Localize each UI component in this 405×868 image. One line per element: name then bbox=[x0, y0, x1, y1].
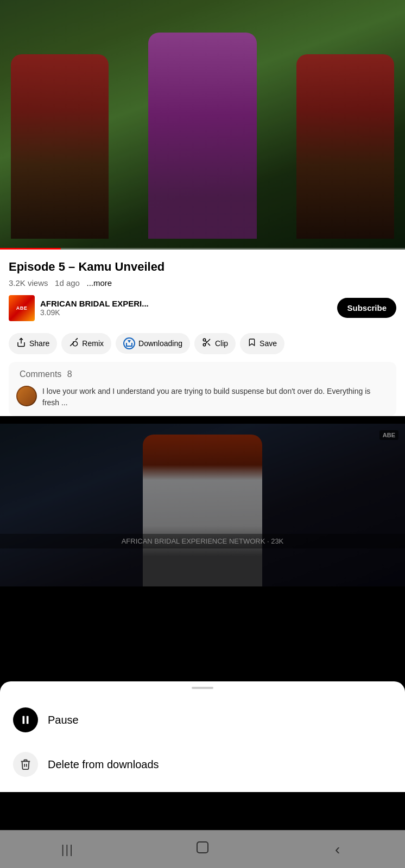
save-button[interactable]: Save bbox=[240, 333, 284, 354]
video-age: 1d ago bbox=[55, 278, 80, 288]
remix-button[interactable]: Remix bbox=[61, 333, 111, 354]
download-arrow bbox=[128, 340, 131, 343]
action-buttons-row: Share Remix Downloading bbox=[9, 330, 396, 362]
channel-subscribers: 3.09K bbox=[40, 308, 326, 317]
clip-button[interactable]: Clip bbox=[194, 333, 236, 354]
video-title: Episode 5 – Kamu Unveiled bbox=[9, 259, 396, 275]
more-link[interactable]: ...more bbox=[86, 278, 112, 288]
views-count: 3.2K views bbox=[9, 278, 48, 288]
sheet-handle bbox=[192, 687, 213, 689]
svg-rect-6 bbox=[23, 716, 25, 724]
save-icon bbox=[248, 337, 256, 350]
figure-left bbox=[11, 54, 109, 239]
comments-header: Comments 8 bbox=[16, 369, 389, 379]
download-icon bbox=[123, 337, 135, 349]
comments-section[interactable]: Comments 8 I love your work and I unders… bbox=[9, 362, 396, 416]
share-icon bbox=[16, 337, 26, 350]
commenter-avatar bbox=[16, 386, 37, 406]
pause-icon bbox=[13, 707, 38, 732]
save-label: Save bbox=[260, 339, 277, 348]
delete-downloads-item[interactable]: Delete from downloads bbox=[0, 742, 405, 787]
pause-label: Pause bbox=[48, 714, 79, 726]
figure-center bbox=[148, 33, 257, 239]
svg-line-5 bbox=[205, 341, 207, 342]
info-panel: Episode 5 – Kamu Unveiled 3.2K views 1d … bbox=[0, 250, 405, 416]
bottom-sheet: Pause Delete from downloads bbox=[0, 681, 405, 792]
svg-rect-7 bbox=[27, 716, 29, 724]
channel-name[interactable]: AFRICAN BRIDAL EXPERI... bbox=[40, 299, 332, 308]
remix-icon bbox=[69, 337, 79, 350]
delete-label: Delete from downloads bbox=[48, 758, 159, 771]
share-button[interactable]: Share bbox=[9, 333, 57, 354]
svg-line-4 bbox=[208, 343, 210, 345]
pause-item[interactable]: Pause bbox=[0, 698, 405, 742]
svg-point-2 bbox=[203, 343, 206, 346]
comment-text: I love your work and I understand you ar… bbox=[42, 386, 389, 409]
share-label: Share bbox=[29, 339, 49, 348]
video-meta: 3.2K views 1d ago ...more bbox=[9, 278, 396, 288]
channel-row: ABE AFRICAN BRIDAL EXPERI... 3.09K Subsc… bbox=[9, 295, 396, 321]
comment-preview: I love your work and I understand you ar… bbox=[16, 386, 389, 409]
downloading-button[interactable]: Downloading bbox=[116, 333, 190, 354]
top-video-thumbnail[interactable] bbox=[0, 0, 405, 250]
figure-right bbox=[296, 54, 394, 239]
remix-label: Remix bbox=[82, 339, 104, 348]
subscribe-button[interactable]: Subscribe bbox=[337, 298, 396, 318]
downloading-label: Downloading bbox=[138, 339, 182, 348]
delete-icon bbox=[13, 752, 38, 777]
clip-label: Clip bbox=[215, 339, 228, 348]
clip-icon bbox=[202, 337, 212, 350]
channel-logo[interactable]: ABE bbox=[9, 295, 35, 321]
svg-point-1 bbox=[203, 339, 206, 341]
